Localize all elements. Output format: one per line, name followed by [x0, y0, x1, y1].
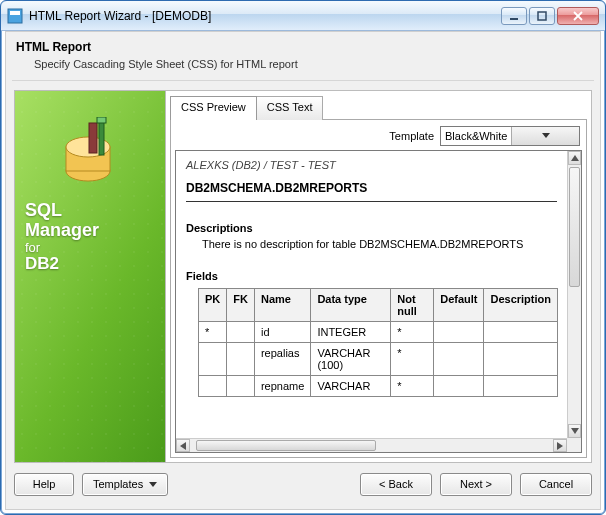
svg-rect-3 — [538, 12, 546, 20]
col-desc: Description — [484, 289, 558, 322]
cell-pk: * — [199, 322, 227, 343]
cell-name: repalias — [254, 343, 310, 376]
titlebar: HTML Report Wizard - [DEMODB] — [1, 1, 605, 31]
templates-button[interactable]: Templates — [82, 473, 168, 496]
client-area: HTML Report Specify Cascading Style Shee… — [5, 31, 601, 510]
main-panel: CSS Preview CSS Text Template Black&Whit… — [166, 90, 592, 463]
svg-rect-2 — [510, 18, 518, 20]
svg-rect-7 — [89, 123, 97, 153]
col-default: Default — [434, 289, 484, 322]
table-row: repaliasVARCHAR (100)* — [199, 343, 558, 376]
scroll-thumb[interactable] — [569, 167, 580, 287]
svg-rect-1 — [10, 11, 20, 15]
wizard-window: HTML Report Wizard - [DEMODB] HTML Repor… — [0, 0, 606, 515]
preview-content: ALEXKS (DB2) / TEST - TEST DB2MSCHEMA.DB… — [176, 151, 567, 438]
col-name: Name — [254, 289, 310, 322]
cancel-button[interactable]: Cancel — [520, 473, 592, 496]
cell-desc — [484, 322, 558, 343]
chevron-down-icon — [149, 478, 157, 490]
object-name: DB2MSCHEMA.DB2MREPORTS — [186, 181, 557, 202]
cell-pk — [199, 376, 227, 397]
wizard-header: HTML Report Specify Cascading Style Shee… — [6, 32, 600, 74]
page-title: HTML Report — [16, 40, 590, 54]
horizontal-scrollbar[interactable] — [176, 438, 567, 452]
cell-desc — [484, 376, 558, 397]
col-fk: FK — [227, 289, 255, 322]
footer: Help Templates < Back Next > Cancel — [14, 469, 592, 499]
cell-pk — [199, 343, 227, 376]
tab-css-preview[interactable]: CSS Preview — [170, 96, 257, 120]
cell-default — [434, 343, 484, 376]
cell-dtype: VARCHAR — [311, 376, 391, 397]
template-value: Black&White — [441, 130, 511, 142]
divider — [12, 80, 594, 81]
maximize-button[interactable] — [529, 7, 555, 25]
tab-bar: CSS Preview CSS Text — [170, 95, 587, 119]
minimize-button[interactable] — [501, 7, 527, 25]
fields-heading: Fields — [186, 270, 557, 282]
scroll-left-icon[interactable] — [176, 439, 190, 452]
wizard-sidebar: SQL Manager for DB2 — [14, 90, 166, 463]
cell-default — [434, 376, 484, 397]
template-label: Template — [389, 130, 434, 142]
back-button[interactable]: < Back — [360, 473, 432, 496]
descriptions-heading: Descriptions — [186, 222, 557, 234]
scroll-down-icon[interactable] — [568, 424, 581, 438]
scroll-thumb[interactable] — [196, 440, 376, 451]
scroll-up-icon[interactable] — [568, 151, 581, 165]
scroll-corner — [567, 438, 581, 452]
cell-fk — [227, 322, 255, 343]
table-row: *idINTEGER* — [199, 322, 558, 343]
cell-notnull: * — [391, 343, 434, 376]
svg-rect-8 — [99, 121, 104, 155]
preview-pane: ALEXKS (DB2) / TEST - TEST DB2MSCHEMA.DB… — [175, 150, 582, 453]
tab-css-text[interactable]: CSS Text — [256, 96, 324, 120]
cell-notnull: * — [391, 376, 434, 397]
cell-dtype: VARCHAR (100) — [311, 343, 391, 376]
col-dtype: Data type — [311, 289, 391, 322]
cell-default — [434, 322, 484, 343]
product-icon — [59, 117, 117, 189]
vertical-scrollbar[interactable] — [567, 151, 581, 438]
close-button[interactable] — [557, 7, 599, 25]
breadcrumb: ALEXKS (DB2) / TEST - TEST — [186, 159, 557, 171]
col-notnull: Not null — [391, 289, 434, 322]
cell-name: id — [254, 322, 310, 343]
cell-name: repname — [254, 376, 310, 397]
tab-panel: Template Black&White ALEXKS (DB2) / TEST… — [170, 119, 587, 458]
cell-notnull: * — [391, 322, 434, 343]
chevron-down-icon — [511, 127, 579, 145]
page-subtitle: Specify Cascading Style Sheet (CSS) for … — [34, 58, 590, 70]
cell-fk — [227, 343, 255, 376]
descriptions-text: There is no description for table DB2MSC… — [202, 238, 557, 250]
cell-desc — [484, 343, 558, 376]
table-row: repnameVARCHAR* — [199, 376, 558, 397]
window-title: HTML Report Wizard - [DEMODB] — [29, 9, 501, 23]
template-select[interactable]: Black&White — [440, 126, 580, 146]
product-name: SQL Manager for DB2 — [25, 201, 99, 274]
svg-rect-9 — [97, 117, 106, 123]
col-pk: PK — [199, 289, 227, 322]
scroll-right-icon[interactable] — [553, 439, 567, 452]
cell-dtype: INTEGER — [311, 322, 391, 343]
fields-table: PK FK Name Data type Not null Default De… — [198, 288, 558, 397]
app-icon — [7, 8, 23, 24]
cell-fk — [227, 376, 255, 397]
next-button[interactable]: Next > — [440, 473, 512, 496]
help-button[interactable]: Help — [14, 473, 74, 496]
